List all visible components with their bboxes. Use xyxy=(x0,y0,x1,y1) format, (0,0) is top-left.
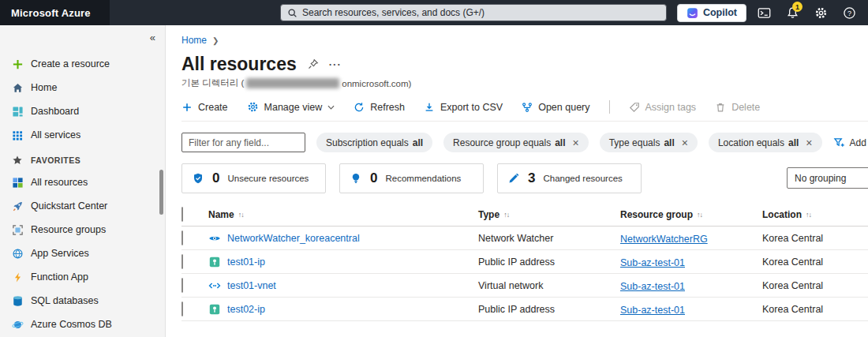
top-bar: Microsoft Azure Copilot xyxy=(0,0,868,25)
help-button[interactable]: ? xyxy=(838,2,860,24)
gear-icon xyxy=(247,101,259,113)
resource-location: Korea Central xyxy=(762,280,868,291)
sidebar-scrollbar[interactable] xyxy=(159,170,163,215)
row-checkbox[interactable] xyxy=(181,301,183,316)
azure-portal: Microsoft Azure Copilot xyxy=(0,0,868,337)
cloud-shell-button[interactable] xyxy=(753,2,775,24)
sidebar-item-sql-databases[interactable]: SQL databases xyxy=(0,289,165,313)
tag-icon xyxy=(629,102,640,113)
plus-icon xyxy=(181,102,193,113)
all-resources-icon xyxy=(11,176,24,189)
copilot-button[interactable]: Copilot xyxy=(677,4,746,22)
resource-name-link[interactable]: test01-vnet xyxy=(227,280,276,291)
toolbar-divider xyxy=(609,100,610,114)
planet-icon xyxy=(11,318,24,331)
delete-button: Delete xyxy=(715,102,760,113)
breadcrumb-home-link[interactable]: Home xyxy=(181,35,207,46)
notifications-button[interactable]: 1 xyxy=(781,2,803,24)
sidebar-item-quickstart-center[interactable]: Quickstart Center xyxy=(0,194,165,218)
page-title: All resources xyxy=(181,54,297,75)
redacted-directory-name xyxy=(246,78,339,88)
azure-logo[interactable]: Microsoft Azure xyxy=(0,0,110,25)
row-checkbox[interactable] xyxy=(181,278,183,293)
help-icon: ? xyxy=(843,6,856,20)
global-search xyxy=(280,4,667,21)
refresh-icon xyxy=(354,102,365,113)
select-all-checkbox[interactable] xyxy=(181,207,183,222)
sidebar-item-label: All resources xyxy=(31,177,88,188)
filter-pill-subscription[interactable]: Subscription equalsall xyxy=(316,133,432,152)
sidebar-item-all-resources[interactable]: All resources xyxy=(0,170,165,194)
rocket-icon xyxy=(11,200,24,212)
column-header-resource-group[interactable]: Resource group↑↓ xyxy=(620,209,762,220)
copilot-icon xyxy=(687,7,698,19)
sidebar-item-app-services[interactable]: App Services xyxy=(0,242,165,265)
favorites-section-label: FAVORITES xyxy=(0,150,165,170)
row-checkbox[interactable] xyxy=(181,254,183,269)
directory-subtitle: 기본 디렉터리 ( onmicrosoft.com) xyxy=(181,77,868,89)
cloud-shell-icon xyxy=(758,6,771,20)
grouping-dropdown[interactable]: No grouping xyxy=(787,167,868,189)
resource-location: Korea Central xyxy=(762,233,868,244)
resource-group-link[interactable]: NetworkWatcherRG xyxy=(620,234,708,245)
resource-type: Public IP address xyxy=(478,304,620,315)
insight-card-changed-resources[interactable]: 3 Changed resources xyxy=(497,163,642,193)
resource-group-link[interactable]: Sub-az-test-01 xyxy=(620,257,685,268)
more-options-icon[interactable]: ··· xyxy=(329,58,342,70)
export-csv-button[interactable]: Export to CSV xyxy=(424,102,503,113)
filter-input[interactable] xyxy=(181,133,305,152)
resource-type: Public IP address xyxy=(478,256,620,268)
command-bar: Create Manage view Refresh Export to CSV xyxy=(181,100,868,122)
create-button[interactable]: Create xyxy=(181,102,228,113)
breadcrumb: Home ❯ xyxy=(181,35,868,46)
remove-filter-icon[interactable]: × xyxy=(573,137,579,148)
resource-groups-icon xyxy=(11,223,24,236)
manage-view-button[interactable]: Manage view xyxy=(247,101,335,113)
filter-pill-resource-group[interactable]: Resource group equalsall × xyxy=(443,133,589,152)
lightning-icon xyxy=(11,271,24,283)
chevron-right-icon: ❯ xyxy=(212,36,219,45)
resource-group-link[interactable]: Sub-az-test-01 xyxy=(620,305,685,316)
sidebar-item-azure-cosmos-db[interactable]: Azure Cosmos DB xyxy=(0,313,165,336)
refresh-button[interactable]: Refresh xyxy=(354,102,405,113)
sidebar-item-label: All services xyxy=(31,129,80,140)
add-filter-button[interactable]: Add filter xyxy=(833,137,868,148)
sidebar-item-home[interactable]: Home xyxy=(0,76,165,99)
filter-pill-location[interactable]: Location equalsall × xyxy=(709,133,822,152)
column-header-type[interactable]: Type↑↓ xyxy=(478,209,620,220)
resource-name-link[interactable]: test02-ip xyxy=(227,304,265,315)
remove-filter-icon[interactable]: × xyxy=(806,137,812,148)
insight-label: Unsecure resources xyxy=(227,174,309,183)
table-row: test02-ip Public IP address Sub-az-test-… xyxy=(181,298,868,321)
column-header-name[interactable]: Name↑↓ xyxy=(208,209,478,220)
trash-icon xyxy=(715,102,726,113)
resource-group-link[interactable]: Sub-az-test-01 xyxy=(620,281,685,292)
sidebar-item-create-a-resource[interactable]: Create a resource xyxy=(0,52,165,76)
insight-card-unsecure-resources[interactable]: 0 Unsecure resources xyxy=(181,163,326,193)
open-query-button[interactable]: Open query xyxy=(522,102,589,113)
pin-icon[interactable] xyxy=(307,58,319,70)
resource-name-link[interactable]: NetworkWatcher_koreacentral xyxy=(227,233,360,244)
dashboard-icon xyxy=(11,105,24,118)
resources-table: Name↑↓ Type↑↓ Resource group↑↓ Location↑… xyxy=(181,203,868,321)
resource-location: Korea Central xyxy=(762,256,868,268)
insight-card-recommendations[interactable]: 0 Recommendations xyxy=(339,163,484,193)
collapse-sidebar-icon[interactable]: « xyxy=(150,32,155,43)
sidebar-item-dashboard[interactable]: Dashboard xyxy=(0,99,165,123)
sidebar-item-resource-groups[interactable]: Resource groups xyxy=(0,218,165,242)
resource-name-link[interactable]: test01-ip xyxy=(227,256,265,268)
row-checkbox[interactable] xyxy=(181,230,183,245)
remove-filter-icon[interactable]: × xyxy=(682,137,688,148)
column-header-location[interactable]: Location↑↓ xyxy=(762,209,868,220)
lightbulb-icon xyxy=(350,172,362,185)
globe-icon xyxy=(11,247,24,260)
sidebar-item-all-services[interactable]: All services xyxy=(0,123,165,147)
search-input[interactable] xyxy=(302,7,660,18)
add-filter-icon xyxy=(833,137,845,148)
settings-button[interactable] xyxy=(810,2,832,24)
filter-pill-type[interactable]: Type equalsall × xyxy=(600,133,698,152)
sidebar-item-function-app[interactable]: Function App xyxy=(0,265,165,289)
chevron-down-icon xyxy=(327,105,335,110)
table-row: test01-vnet Virtual network Sub-az-test-… xyxy=(181,274,868,298)
notification-badge: 1 xyxy=(792,2,803,12)
